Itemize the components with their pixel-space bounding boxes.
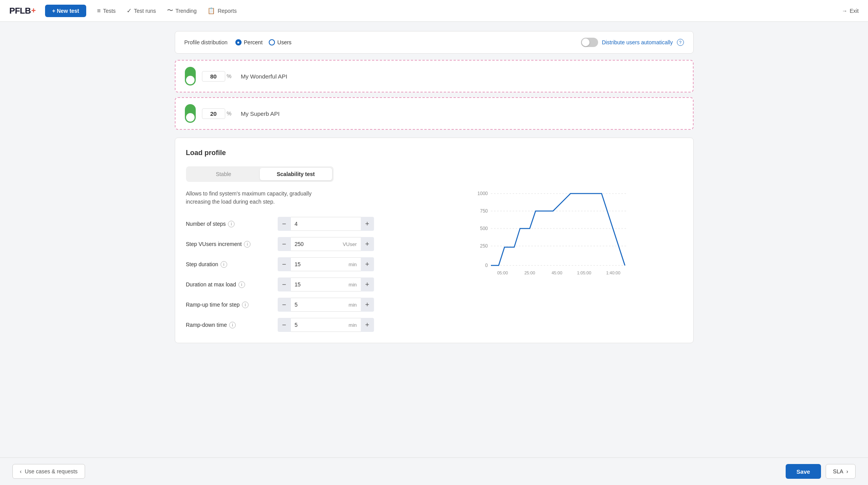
radio-percent-label: Percent xyxy=(244,39,263,45)
duration-decrement[interactable]: − xyxy=(278,257,291,271)
ramp-down-input[interactable]: 5 min xyxy=(291,318,361,332)
api1-toggle[interactable] xyxy=(185,67,196,85)
nav-item-tests[interactable]: ≡ Tests xyxy=(97,7,116,14)
auto-distribute-toggle[interactable] xyxy=(581,38,598,47)
chart-area: 1000 750 500 250 0 05:00 25:00 45:00 1:0… xyxy=(424,190,682,283)
max-load-increment[interactable]: + xyxy=(361,277,374,291)
api1-toggle-knob xyxy=(186,76,195,84)
api1-percent-symbol: % xyxy=(227,73,231,79)
info-icon-ramp-up[interactable]: i xyxy=(242,302,249,308)
vusers-unit: VUser xyxy=(343,241,357,247)
reports-icon: 📋 xyxy=(207,7,215,14)
back-label: Use cases & requests xyxy=(25,468,78,475)
load-profile-left-col: Allows to find system's maximum capacity… xyxy=(186,190,411,332)
ramp-up-decrement[interactable]: − xyxy=(278,298,291,312)
param-control-vusers: − 250 VUser + xyxy=(278,237,374,251)
param-rows: Number of steps i − 4 + xyxy=(186,217,411,332)
brand-cross: + xyxy=(31,6,36,15)
param-control-duration: − 15 min + xyxy=(278,257,374,271)
sla-button[interactable]: SLA › xyxy=(826,464,856,479)
distribute-help-icon[interactable]: ? xyxy=(677,39,684,46)
steps-increment[interactable]: + xyxy=(361,217,374,231)
ramp-up-value: 5 xyxy=(295,302,346,308)
profile-dist-left: Profile distribution Percent Users xyxy=(184,39,292,45)
steps-decrement[interactable]: − xyxy=(278,217,291,231)
param-label-duration: Step duration i xyxy=(186,261,271,268)
brand-name: PFLB xyxy=(9,6,31,16)
api2-percent-value[interactable]: 20 xyxy=(202,108,225,119)
back-button[interactable]: ‹ Use cases & requests xyxy=(12,464,85,479)
api2-toggle[interactable] xyxy=(185,104,196,123)
svg-text:05:00: 05:00 xyxy=(497,270,508,275)
param-row-vusers: Step VUsers increment i − 250 VUser + xyxy=(186,237,411,251)
param-label-ramp-up: Ramp-up time for step i xyxy=(186,302,271,308)
vusers-input[interactable]: 250 VUser xyxy=(291,237,361,251)
top-nav: PFLB + + New test ≡ Tests ✓ Test runs 〜 … xyxy=(0,0,868,22)
test-runs-icon: ✓ xyxy=(127,7,132,14)
tab-scalability[interactable]: Scalability test xyxy=(260,168,332,180)
max-load-input[interactable]: 15 min xyxy=(291,277,361,291)
exit-label: Exit xyxy=(850,8,859,14)
svg-text:25:00: 25:00 xyxy=(524,270,535,275)
chart-line xyxy=(491,194,625,265)
api2-toggle-knob xyxy=(186,113,195,122)
max-load-value: 15 xyxy=(295,281,346,288)
duration-increment[interactable]: + xyxy=(361,257,374,271)
info-icon-ramp-down[interactable]: i xyxy=(229,322,236,328)
nav-label-reports: Reports xyxy=(217,8,237,14)
vusers-increment[interactable]: + xyxy=(361,237,374,251)
exit-arrow-icon: → xyxy=(842,8,847,14)
logo: PFLB + xyxy=(9,6,36,16)
new-test-button[interactable]: + New test xyxy=(45,5,86,17)
nav-items: ≡ Tests ✓ Test runs 〜 Trending 📋 Reports xyxy=(97,7,842,15)
api2-name: My Superb API xyxy=(241,110,280,117)
nav-item-trending[interactable]: 〜 Trending xyxy=(167,7,197,15)
load-profile-body: Allows to find system's maximum capacity… xyxy=(186,190,682,332)
param-control-ramp-up: − 5 min + xyxy=(278,298,374,312)
ramp-down-decrement[interactable]: − xyxy=(278,318,291,332)
max-load-decrement[interactable]: − xyxy=(278,277,291,291)
param-label-ramp-down: Ramp-down time i xyxy=(186,322,271,328)
api-card-1: 80 % My Wonderful API xyxy=(175,60,694,92)
main-content: Profile distribution Percent Users Distr… xyxy=(162,22,706,352)
profile-dist-label: Profile distribution xyxy=(184,39,228,45)
param-control-ramp-down: − 5 min + xyxy=(278,318,374,332)
info-icon-duration[interactable]: i xyxy=(221,261,227,268)
duration-input[interactable]: 15 min xyxy=(291,257,361,271)
param-label-steps: Number of steps i xyxy=(186,221,271,227)
nav-item-reports[interactable]: 📋 Reports xyxy=(207,7,237,14)
svg-text:0: 0 xyxy=(485,263,488,268)
ramp-up-input[interactable]: 5 min xyxy=(291,298,361,312)
tests-icon: ≡ xyxy=(97,7,101,14)
nav-item-test-runs[interactable]: ✓ Test runs xyxy=(127,7,156,14)
svg-text:1000: 1000 xyxy=(477,191,488,196)
exit-button[interactable]: → Exit xyxy=(842,8,859,14)
profile-distribution-bar: Profile distribution Percent Users Distr… xyxy=(175,31,694,54)
chart-container: 1000 750 500 250 0 05:00 25:00 45:00 1:0… xyxy=(424,190,682,283)
param-row-ramp-up: Ramp-up time for step i − 5 min + xyxy=(186,298,411,312)
param-label-max-load: Duration at max load i xyxy=(186,281,271,288)
steps-input[interactable]: 4 xyxy=(291,217,361,231)
radio-percent[interactable]: Percent xyxy=(235,39,263,45)
ramp-up-increment[interactable]: + xyxy=(361,298,374,312)
load-profile-section: Load profile Stable Scalability test All… xyxy=(175,138,694,343)
sla-chevron-icon: › xyxy=(846,468,848,475)
info-icon-max-load[interactable]: i xyxy=(238,281,245,288)
tab-stable[interactable]: Stable xyxy=(188,168,260,180)
radio-users-label: Users xyxy=(277,39,292,45)
param-control-steps: − 4 + xyxy=(278,217,374,231)
distribute-auto-label: Distribute users automatically xyxy=(602,39,673,45)
ramp-down-value: 5 xyxy=(295,322,346,328)
api1-name: My Wonderful API xyxy=(241,73,287,80)
info-icon-vusers[interactable]: i xyxy=(244,241,250,248)
save-button[interactable]: Save xyxy=(786,464,821,479)
radio-users[interactable]: Users xyxy=(269,39,292,45)
profile-tabs: Stable Scalability test xyxy=(186,166,334,182)
radio-users-dot xyxy=(269,39,275,45)
ramp-down-increment[interactable]: + xyxy=(361,318,374,332)
api1-percent-value[interactable]: 80 xyxy=(202,71,225,82)
vusers-decrement[interactable]: − xyxy=(278,237,291,251)
info-icon-steps[interactable]: i xyxy=(228,221,235,227)
load-profile-title: Load profile xyxy=(186,149,682,157)
param-row-max-load: Duration at max load i − 15 min + xyxy=(186,277,411,291)
